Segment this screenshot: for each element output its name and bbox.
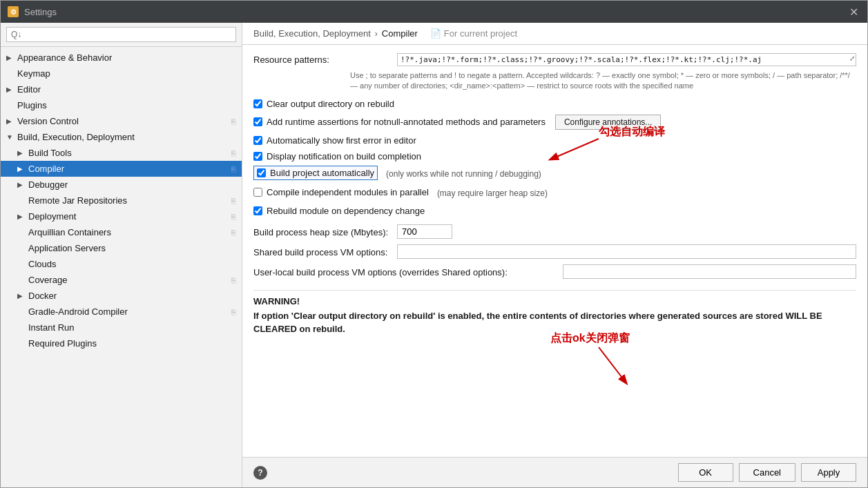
- build-automatically-note: (only works while not running / debuggin…: [386, 169, 541, 179]
- sidebar-item-docker[interactable]: ▶ Docker: [1, 288, 242, 304]
- sidebar-item-coverage[interactable]: Coverage ⎘: [1, 272, 242, 288]
- shared-vm-row: Shared build process VM options:: [253, 244, 856, 259]
- heap-size-input[interactable]: [397, 224, 452, 239]
- copy-icon: ⎘: [231, 213, 236, 221]
- expand-arrow: ▶: [17, 165, 26, 173]
- display-notification-row: Display notification on build completion: [253, 150, 856, 163]
- sidebar-item-gradle-android[interactable]: Gradle-Android Compiler ⎘: [1, 304, 242, 320]
- cancel-button[interactable]: Cancel: [739, 463, 795, 482]
- compile-parallel-label[interactable]: Compile independent modules in parallel: [267, 187, 429, 197]
- help-button[interactable]: ?: [253, 466, 267, 480]
- sidebar-item-clouds[interactable]: Clouds: [1, 256, 242, 272]
- sidebar-item-label: Gradle-Android Compiler: [28, 306, 128, 317]
- shared-vm-input[interactable]: [397, 244, 856, 259]
- rebuild-dependency-checkbox[interactable]: [253, 206, 262, 215]
- expand-arrow: ▶: [6, 117, 15, 125]
- button-bar: ? OK Cancel Apply: [242, 457, 867, 487]
- close-button[interactable]: ✕: [847, 5, 860, 19]
- clear-output-label[interactable]: Clear output directory on rebuild: [267, 99, 394, 109]
- sidebar-item-deployment[interactable]: ▶ Deployment ⎘: [1, 208, 242, 224]
- breadcrumb-parent: Build, Execution, Deployment: [253, 28, 371, 39]
- expand-arrow: ▶: [17, 149, 26, 157]
- main-panel: Build, Execution, Deployment › Compiler …: [242, 23, 867, 487]
- sidebar-item-debugger[interactable]: ▶ Debugger: [1, 177, 242, 193]
- sidebar-item-appearance[interactable]: ▶ Appearance & Behavior: [1, 50, 242, 66]
- expand-icon[interactable]: ⤢: [849, 55, 855, 62]
- sidebar-item-label: Required Plugins: [28, 338, 97, 349]
- runtime-assertions-checkbox[interactable]: [253, 117, 262, 126]
- resource-patterns-input[interactable]: [397, 53, 856, 66]
- show-first-error-label[interactable]: Automatically show first error in editor: [267, 135, 416, 146]
- resource-patterns-label: Resource patterns:: [253, 53, 392, 65]
- sidebar-item-app-servers[interactable]: Application Servers: [1, 240, 242, 256]
- panel-content: Resource patterns: ⤢ Use ; to separate p…: [242, 45, 867, 457]
- breadcrumb-separator: ›: [375, 29, 378, 39]
- sidebar-item-instant-run[interactable]: Instant Run: [1, 320, 242, 335]
- sidebar-item-required-plugins[interactable]: Required Plugins: [1, 335, 242, 351]
- build-automatically-row: Build project automatically: [253, 166, 378, 180]
- expand-arrow: [17, 340, 26, 347]
- warning-box: WARNING! If option 'Clear output directo…: [253, 290, 856, 342]
- sidebar-item-keymap[interactable]: Keymap: [1, 66, 242, 81]
- ok-button[interactable]: OK: [678, 463, 733, 482]
- rebuild-dependency-label[interactable]: Rebuild module on dependency change: [267, 206, 425, 216]
- build-automatically-checkbox[interactable]: [257, 168, 266, 177]
- sidebar-item-compiler[interactable]: ▶ Compiler ⎘: [1, 161, 242, 177]
- sidebar-item-label: Compiler: [28, 164, 64, 174]
- expand-arrow: [17, 308, 26, 315]
- heap-size-row: Build process heap size (Mbytes):: [253, 224, 856, 239]
- build-automatically-label[interactable]: Build project automatically: [270, 168, 374, 178]
- runtime-assertions-row: Add runtime assertions for notnull-annot…: [253, 113, 856, 131]
- sidebar-item-label: Arquillian Containers: [28, 227, 111, 237]
- sidebar-item-label: Keymap: [17, 68, 50, 79]
- search-box: [1, 23, 242, 47]
- sidebar-item-label: Coverage: [28, 275, 67, 285]
- expand-arrow: ▶: [17, 181, 26, 188]
- user-local-vm-input[interactable]: [563, 264, 856, 279]
- clear-output-checkbox[interactable]: [253, 99, 262, 108]
- apply-button[interactable]: Apply: [801, 463, 856, 482]
- show-first-error-row: Automatically show first error in editor: [253, 134, 856, 147]
- show-first-error-checkbox[interactable]: [253, 136, 262, 145]
- compile-parallel-section: Compile independent modules in parallel …: [253, 186, 856, 202]
- sidebar-item-build-execution[interactable]: ▼ Build, Execution, Deployment: [1, 129, 242, 145]
- sidebar-item-label: Instant Run: [28, 322, 75, 333]
- compile-parallel-note: (may require larger heap size): [437, 188, 548, 198]
- sidebar-item-label: Build, Execution, Deployment: [17, 132, 135, 142]
- sidebar-item-plugins[interactable]: Plugins: [1, 97, 242, 113]
- panel-content-wrapper: Resource patterns: ⤢ Use ; to separate p…: [242, 45, 867, 457]
- page-icon: 📄: [430, 28, 441, 39]
- compile-parallel-checkbox[interactable]: [253, 188, 262, 197]
- expand-arrow: [6, 101, 15, 109]
- sidebar-item-label: Deployment: [28, 211, 76, 222]
- resource-patterns-row: Resource patterns: ⤢: [253, 53, 856, 66]
- copy-icon: ⎘: [231, 149, 236, 157]
- sidebar-item-build-tools[interactable]: ▶ Build Tools ⎘: [1, 145, 242, 161]
- configure-annotations-button[interactable]: Configure annotations...: [555, 115, 661, 130]
- display-notification-label[interactable]: Display notification on build completion: [267, 151, 421, 162]
- runtime-assertions-label[interactable]: Add runtime assertions for notnull-annot…: [267, 117, 546, 127]
- sidebar-item-arquillian[interactable]: Arquillian Containers ⎘: [1, 224, 242, 240]
- display-notification-checkbox[interactable]: [253, 152, 262, 161]
- breadcrumb-project-link[interactable]: 📄 For current project: [430, 28, 517, 39]
- sidebar-item-label: Docker: [28, 291, 57, 301]
- search-input[interactable]: [6, 27, 236, 42]
- copy-icon: ⎘: [231, 276, 236, 284]
- sidebar-item-version-control[interactable]: ▶ Version Control ⎘: [1, 113, 242, 129]
- rebuild-dependency-row: Rebuild module on dependency change: [253, 204, 856, 217]
- sidebar-item-label: Clouds: [28, 259, 56, 269]
- copy-icon: ⎘: [231, 228, 236, 237]
- title-bar-left: ⚙ Settings: [8, 6, 57, 17]
- sidebar-item-label: Remote Jar Repositories: [28, 195, 127, 206]
- expand-arrow: ▶: [17, 292, 26, 300]
- sidebar-item-remote-jar[interactable]: Remote Jar Repositories ⎘: [1, 193, 242, 208]
- sidebar-item-label: Build Tools: [28, 148, 72, 158]
- expand-arrow: [17, 197, 26, 204]
- expand-arrow: ▶: [17, 213, 26, 220]
- expand-arrow: [17, 324, 26, 331]
- expand-arrow: [17, 260, 26, 268]
- sidebar-item-label: Version Control: [17, 116, 79, 126]
- clear-output-row: Clear output directory on rebuild: [253, 97, 856, 110]
- user-local-vm-label: User-local build process VM options (ove…: [253, 266, 557, 277]
- sidebar-item-editor[interactable]: ▶ Editor: [1, 81, 242, 97]
